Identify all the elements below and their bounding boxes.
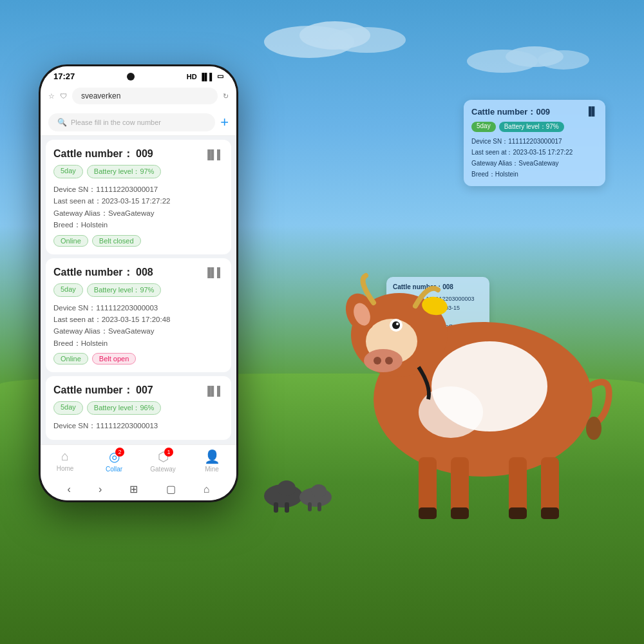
online-tag-008: Online bbox=[53, 353, 88, 365]
day-tag-007: 5day bbox=[53, 401, 83, 415]
search-placeholder: Please fill in the cow number bbox=[71, 118, 161, 126]
float-tags-009: 5day Battery level：97% bbox=[471, 122, 598, 132]
grid-button[interactable]: ⊞ bbox=[129, 483, 138, 495]
refresh-icon[interactable]: ↻ bbox=[223, 92, 229, 100]
cattle-number-009: Cattle number： 009 bbox=[53, 147, 153, 161]
last-seen-008: Last seen at：2023-03-15 17:20:48 bbox=[53, 314, 223, 325]
svg-rect-36 bbox=[317, 502, 321, 511]
svg-point-28 bbox=[586, 417, 601, 440]
cattle-info-007: Device SN：111112203000013 bbox=[53, 420, 223, 431]
svg-point-12 bbox=[374, 357, 381, 365]
status-icons: HD ▐▌▌ ▭ bbox=[187, 72, 223, 80]
collar-badge: 2 bbox=[115, 448, 124, 457]
cattle-card-007[interactable]: Cattle number： 007 ▐▌▌ 5day Battery leve… bbox=[46, 376, 231, 439]
signal-icon-008: ▐▌▌ bbox=[204, 267, 223, 278]
cattle-info-008: Device SN：111112203000003 Last seen at：2… bbox=[53, 302, 223, 350]
svg-rect-22 bbox=[509, 457, 527, 515]
svg-rect-32 bbox=[285, 502, 289, 513]
signal-bars: ▐▌▌ bbox=[200, 73, 214, 80]
battery-icon: ▭ bbox=[217, 72, 223, 80]
float-day-tag: 5day bbox=[471, 122, 496, 132]
time-display: 17:27 bbox=[53, 71, 75, 81]
search-bar: 🔍 Please fill in the cow number + bbox=[41, 109, 236, 136]
svg-point-11 bbox=[364, 349, 402, 372]
signal-icon-009: ▐▌▌ bbox=[204, 149, 223, 160]
home-nav-icon: ⌂ bbox=[61, 449, 69, 464]
battery-tag-007: Battery level：96% bbox=[87, 401, 162, 415]
phone-screen: 17:27 HD ▐▌▌ ▭ ☆ 🛡 sveaverken ↻ 🔍 Please… bbox=[41, 66, 236, 500]
star-icon[interactable]: ☆ bbox=[48, 92, 55, 100]
nav-gateway[interactable]: 1 ⬡ Gateway bbox=[138, 449, 187, 473]
cattle-number-007: Cattle number： 007 bbox=[53, 384, 153, 397]
last-seen-009: Last seen at：2023-03-15 17:27:22 bbox=[53, 195, 223, 207]
device-sn-009: Device SN：111112203000017 bbox=[53, 184, 223, 195]
home-nav-label: Home bbox=[57, 465, 74, 472]
signal-icon-007: ▐▌▌ bbox=[204, 386, 223, 396]
svg-rect-25 bbox=[451, 507, 469, 519]
day-tag-009: 5day bbox=[53, 165, 83, 178]
battery-tag-009: Battery level：97% bbox=[87, 165, 162, 178]
camera-notch bbox=[127, 73, 135, 80]
gateway-008: Gateway Alias：SveaGateway bbox=[53, 325, 223, 337]
phone-device: 17:27 HD ▐▌▌ ▭ ☆ 🛡 sveaverken ↻ 🔍 Please… bbox=[39, 64, 238, 502]
cattle-list[interactable]: Cattle number： 009 ▐▌▌ 5day Battery leve… bbox=[41, 136, 236, 444]
collar-nav-label: Collar bbox=[106, 466, 122, 473]
search-input[interactable]: 🔍 Please fill in the cow number bbox=[48, 113, 215, 131]
float-signal-icon: ▐▌ bbox=[586, 106, 598, 118]
bottom-navigation: ⌂ Home 2 ◎ Collar 1 ⬡ Gateway 👤 Mine bbox=[41, 444, 236, 478]
gateway-badge: 1 bbox=[164, 448, 173, 457]
svg-rect-31 bbox=[274, 502, 278, 513]
mine-nav-label: Mine bbox=[205, 466, 219, 473]
svg-point-13 bbox=[385, 357, 393, 365]
system-nav: ‹ › ⊞ ▢ ⌂ bbox=[41, 478, 236, 500]
cattle-card-008[interactable]: Cattle number： 008 ▐▌▌ 5day Battery leve… bbox=[46, 258, 231, 373]
cattle-card-009[interactable]: Cattle number： 009 ▐▌▌ 5day Battery leve… bbox=[46, 140, 231, 254]
nav-mine[interactable]: 👤 Mine bbox=[187, 449, 236, 473]
device-sn-007: Device SN：111112203000013 bbox=[53, 420, 223, 431]
card-header-007: Cattle number： 007 ▐▌▌ bbox=[53, 384, 223, 397]
home-button[interactable]: ⌂ bbox=[204, 484, 210, 495]
gateway-009: Gateway Alias：SveaGateway bbox=[53, 207, 223, 219]
svg-rect-20 bbox=[419, 457, 437, 515]
tags-row-009: 5day Battery level：97% bbox=[53, 165, 223, 178]
card-header-008: Cattle number： 008 ▐▌▌ bbox=[53, 266, 223, 279]
cattle-number-label: Cattle number： bbox=[53, 148, 133, 159]
card-header-009: Cattle number： 009 ▐▌▌ bbox=[53, 147, 223, 161]
status-tags-008: Online Belt open bbox=[53, 353, 223, 365]
address-bar: ☆ 🛡 sveaverken ↻ bbox=[41, 84, 236, 109]
svg-rect-23 bbox=[541, 457, 559, 515]
url-display[interactable]: sveaverken bbox=[72, 88, 218, 104]
gateway-nav-label: Gateway bbox=[150, 466, 175, 473]
background-cows bbox=[258, 464, 335, 515]
mine-nav-icon: 👤 bbox=[204, 449, 220, 464]
float-last-seen: Last seen at：2023-03-15 17:27:22 bbox=[471, 147, 598, 158]
online-tag-009: Online bbox=[53, 235, 88, 247]
clouds bbox=[258, 13, 419, 64]
battery-tag-008: Battery level：97% bbox=[87, 283, 162, 297]
svg-point-30 bbox=[278, 480, 296, 496]
float-card-title-009: Cattle number：009 ▐▌ bbox=[471, 106, 598, 118]
svg-point-5 bbox=[538, 50, 589, 70]
clouds2 bbox=[464, 39, 592, 77]
svg-point-34 bbox=[311, 484, 327, 497]
svg-rect-35 bbox=[308, 502, 312, 511]
back-button[interactable]: ‹ bbox=[68, 484, 71, 495]
cattle-number-label-007: Cattle number： bbox=[53, 384, 133, 395]
device-sn-008: Device SN：111112203000003 bbox=[53, 302, 223, 314]
cow-image bbox=[322, 206, 631, 541]
float-info-009: Device SN：111112203000017 Last seen at：2… bbox=[471, 136, 598, 180]
float-gateway: Gateway Alias：SveaGateway bbox=[471, 158, 598, 169]
url-text: sveaverken bbox=[81, 91, 120, 100]
add-button[interactable]: + bbox=[220, 115, 229, 129]
forward-button[interactable]: › bbox=[99, 484, 102, 495]
square-button[interactable]: ▢ bbox=[166, 483, 176, 495]
cattle-info-009: Device SN：111112203000017 Last seen at：2… bbox=[53, 184, 223, 231]
tags-row-007: 5day Battery level：96% bbox=[53, 401, 223, 415]
float-breed: Breed：Holstein bbox=[471, 169, 598, 180]
nav-home[interactable]: ⌂ Home bbox=[41, 449, 90, 473]
svg-rect-26 bbox=[509, 507, 527, 519]
day-tag-008: 5day bbox=[53, 283, 83, 297]
nav-collar[interactable]: 2 ◎ Collar bbox=[90, 449, 138, 473]
belt-tag-009: Belt closed bbox=[92, 235, 141, 247]
cattle-number-008: Cattle number： 008 bbox=[53, 266, 153, 279]
